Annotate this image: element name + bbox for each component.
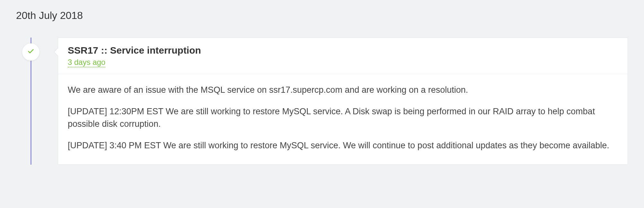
date-heading: 20th July 2018 — [16, 10, 628, 22]
status-marker — [22, 43, 39, 61]
check-icon — [27, 48, 34, 56]
incident-paragraph: [UPDATE] 3:40 PM EST We are still workin… — [68, 139, 618, 152]
incident-card: SSR17 :: Service interruption 3 days ago… — [58, 38, 628, 165]
timeline: SSR17 :: Service interruption 3 days ago… — [16, 38, 628, 165]
incident-time-link[interactable]: 3 days ago — [68, 58, 105, 67]
incident-paragraph: We are aware of an issue with the MSQL s… — [68, 84, 618, 96]
incident-body: We are aware of an issue with the MSQL s… — [58, 74, 628, 164]
incident-paragraph: [UPDATE] 12:30PM EST We are still workin… — [68, 105, 618, 130]
incident-header: SSR17 :: Service interruption 3 days ago — [58, 38, 628, 74]
incident-title: SSR17 :: Service interruption — [68, 45, 618, 56]
